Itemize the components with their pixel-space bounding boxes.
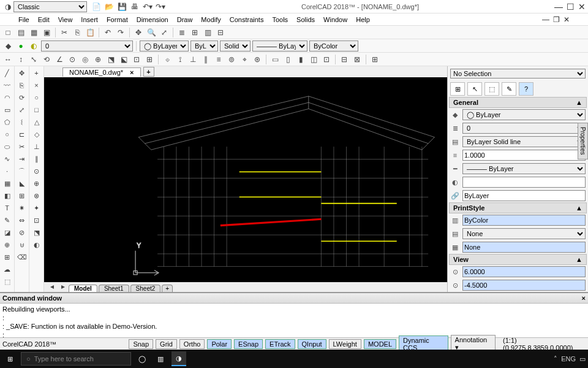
s1-icon[interactable]: ▭ bbox=[270, 54, 281, 65]
tab-sheet1[interactable]: Sheet1 bbox=[99, 285, 129, 292]
c1-icon[interactable]: ⟐ bbox=[162, 54, 173, 65]
mirror-icon[interactable]: ⧙ bbox=[16, 117, 28, 128]
cut-icon[interactable]: ✂ bbox=[59, 27, 70, 38]
taskbar-search[interactable]: ○ Type here to search bbox=[21, 352, 131, 366]
dim7-icon[interactable]: ◎ bbox=[80, 54, 91, 65]
sn10-icon[interactable]: ⊕ bbox=[31, 178, 43, 189]
scale-icon[interactable]: ⤢ bbox=[16, 104, 28, 115]
c7-icon[interactable]: ⌖ bbox=[239, 54, 250, 65]
stretch-icon[interactable]: ⇔ bbox=[16, 215, 28, 226]
line-icon[interactable]: ╱ bbox=[1, 67, 13, 79]
mdi-close-button[interactable]: ✕ bbox=[564, 15, 570, 24]
tab-add[interactable]: + bbox=[162, 285, 173, 292]
print-icon[interactable]: 🖶 bbox=[129, 1, 140, 12]
sb-polar[interactable]: Polar bbox=[207, 339, 232, 349]
break-icon[interactable]: ⊘ bbox=[16, 227, 28, 238]
ps-bycolor-input[interactable] bbox=[462, 215, 586, 226]
grid-icon[interactable]: ⊟ bbox=[215, 27, 226, 38]
explode-icon[interactable]: ✷ bbox=[16, 202, 28, 213]
zoom-icon[interactable]: 🔍 bbox=[146, 27, 157, 38]
sb-esnap[interactable]: ESnap bbox=[234, 339, 263, 349]
layer-mgr-icon[interactable]: ◆ bbox=[2, 40, 13, 52]
mdi-minimize-button[interactable]: — bbox=[542, 15, 549, 24]
paste-icon[interactable]: 📋 bbox=[85, 27, 96, 38]
palette-icon[interactable]: ▥ bbox=[202, 27, 213, 38]
sb-grid[interactable]: Grid bbox=[156, 339, 177, 349]
menu-constraints[interactable]: Constraints bbox=[230, 16, 264, 23]
menu-insert[interactable]: Insert bbox=[81, 16, 98, 23]
bylayer2-select[interactable]: ByLayer bbox=[190, 40, 218, 52]
sn11-icon[interactable]: ⊗ bbox=[31, 190, 43, 201]
dim11-icon[interactable]: ⊡ bbox=[131, 54, 142, 65]
selection-combo[interactable]: No Selection bbox=[450, 69, 586, 79]
c3-icon[interactable]: ⊥ bbox=[187, 54, 198, 65]
rotate-icon[interactable]: ⟳ bbox=[16, 92, 28, 103]
redo2-icon[interactable]: ↷ bbox=[115, 27, 126, 38]
sn3-icon[interactable]: ○ bbox=[31, 92, 43, 103]
open-icon[interactable]: 📂 bbox=[104, 1, 115, 12]
sn6-icon[interactable]: ◇ bbox=[31, 129, 43, 140]
menu-edit[interactable]: Edit bbox=[38, 16, 50, 23]
sn7-icon[interactable]: ⊥ bbox=[31, 141, 43, 152]
open-doc-icon[interactable]: ▤ bbox=[15, 27, 26, 38]
doc-tab-close-icon[interactable]: × bbox=[130, 69, 134, 76]
dim9-icon[interactable]: ⬔ bbox=[105, 54, 116, 65]
menu-dimension[interactable]: Dimension bbox=[137, 16, 168, 23]
mdi-restore-button[interactable]: ❐ bbox=[553, 15, 560, 24]
pan-icon[interactable]: ✥ bbox=[133, 27, 144, 38]
dim10-icon[interactable]: ⬕ bbox=[118, 54, 129, 65]
layer-off-icon[interactable]: ◐ bbox=[28, 40, 39, 52]
dim5-icon[interactable]: ∠ bbox=[54, 54, 65, 65]
dim6-icon[interactable]: ⊙ bbox=[67, 54, 78, 65]
section-view[interactable]: View▲ bbox=[449, 254, 587, 265]
app-taskbar-icon[interactable]: ◑ bbox=[172, 351, 186, 366]
menu-tools[interactable]: Tools bbox=[272, 16, 288, 23]
layers-icon[interactable]: ≣ bbox=[176, 27, 187, 38]
offset-icon[interactable]: ⊏ bbox=[16, 129, 28, 140]
layer-state-icon[interactable]: ● bbox=[15, 40, 26, 52]
sn15-icon[interactable]: ◐ bbox=[31, 239, 43, 250]
s4-icon[interactable]: ◫ bbox=[308, 54, 319, 65]
menu-help[interactable]: Help bbox=[356, 16, 370, 23]
lineweight-select[interactable]: ——— ByLayerByLayer bbox=[252, 40, 307, 52]
new-icon[interactable]: 📄 bbox=[91, 1, 102, 12]
dim1-icon[interactable]: ↔ bbox=[2, 54, 13, 65]
move-icon[interactable]: ✥ bbox=[16, 67, 28, 79]
c4-icon[interactable]: ∥ bbox=[200, 54, 211, 65]
wipe-icon[interactable]: ⬚ bbox=[1, 276, 13, 287]
dim4-icon[interactable]: ⟲ bbox=[41, 54, 52, 65]
copy-icon[interactable]: ⎘ bbox=[72, 27, 83, 38]
drawing-viewport[interactable]: Y bbox=[44, 77, 447, 282]
poly-icon[interactable]: ⬠ bbox=[1, 117, 13, 128]
props-icon[interactable]: ⊞ bbox=[189, 27, 200, 38]
view-val2-input[interactable] bbox=[462, 280, 586, 291]
layer-0-select[interactable]: 0 bbox=[41, 40, 133, 52]
redo-icon[interactable]: ↷▾ bbox=[155, 1, 166, 12]
cmd-output[interactable]: Rebuilding viewports... : : _SAVE: Funct… bbox=[0, 304, 588, 337]
extend-icon[interactable]: ⇥ bbox=[16, 153, 28, 164]
sn12-icon[interactable]: ✦ bbox=[31, 202, 43, 213]
tray-lang[interactable]: ENG bbox=[561, 355, 576, 362]
pline-icon[interactable]: 〰 bbox=[1, 80, 13, 91]
rp-icon2[interactable]: ↖ bbox=[467, 82, 482, 96]
erase-icon[interactable]: ⌫ bbox=[16, 251, 28, 263]
start-button[interactable]: ⊞ bbox=[2, 351, 17, 366]
c6-icon[interactable]: ⊚ bbox=[226, 54, 237, 65]
region-icon[interactable]: ◧ bbox=[1, 190, 13, 201]
dim2-icon[interactable]: ↕ bbox=[15, 54, 26, 65]
zoom-ext-icon[interactable]: ⤢ bbox=[159, 27, 170, 38]
tab-nav-left-icon[interactable]: ◂ bbox=[47, 281, 58, 292]
trim-icon[interactable]: ✂ bbox=[16, 141, 28, 152]
block-icon[interactable]: ◪ bbox=[1, 227, 13, 238]
copy2-icon[interactable]: ⎘ bbox=[16, 80, 28, 91]
tray-action-icon[interactable]: ▭ bbox=[579, 355, 586, 363]
ps-none2-input[interactable] bbox=[462, 242, 586, 253]
rp-icon4[interactable]: ✎ bbox=[502, 82, 516, 96]
general-color-input[interactable] bbox=[462, 190, 586, 201]
general-lineweight-select[interactable]: ——— ByLayer bbox=[462, 163, 586, 174]
tray-up-icon[interactable]: ˄ bbox=[554, 355, 557, 363]
maximize-button[interactable]: ☐ bbox=[567, 2, 575, 12]
dim8-icon[interactable]: ⊕ bbox=[92, 54, 104, 65]
general-empty-input[interactable] bbox=[462, 177, 586, 188]
s8-icon[interactable]: ⊞ bbox=[369, 54, 380, 65]
